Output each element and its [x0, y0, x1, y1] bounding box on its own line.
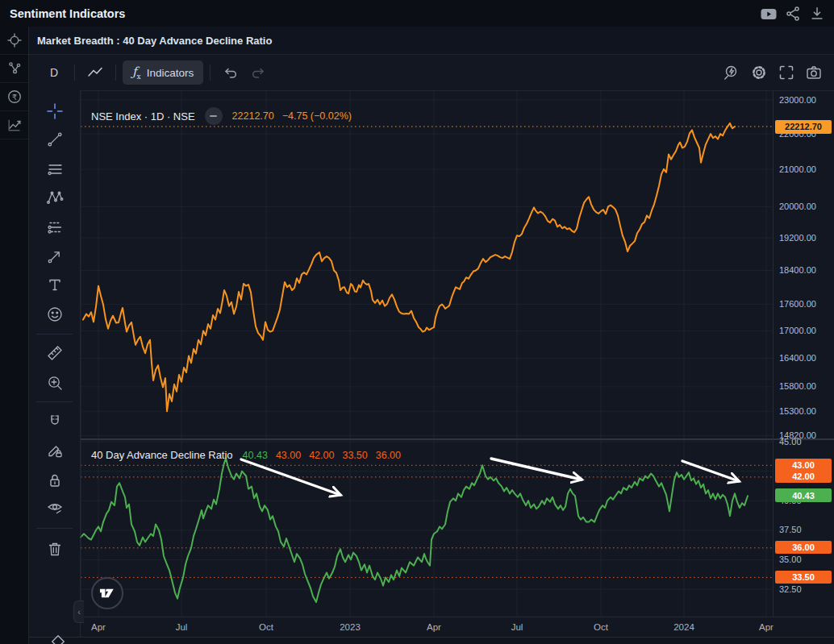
fib-lines-icon[interactable] [43, 215, 67, 239]
undo-icon[interactable] [217, 60, 244, 85]
rupee-coin-icon[interactable]: ₹ [0, 83, 28, 111]
tradingview-logo[interactable] [91, 577, 123, 609]
youtube-icon[interactable] [757, 5, 781, 23]
ruler-icon[interactable] [43, 341, 67, 365]
indicator-value-tag: 40.43 [775, 488, 832, 502]
indicator-breadcrumb: Market Breadth : 40 Day Advance Decline … [37, 35, 272, 47]
target-icon[interactable] [0, 27, 28, 55]
toolbar-divider [36, 401, 73, 402]
time-axis-label: Apr [91, 622, 106, 632]
fx-icon: ƒx [132, 64, 141, 81]
hline-value: 36.00 [376, 450, 401, 461]
zoom-in-icon[interactable] [43, 371, 67, 395]
indicator-axis-label: 45.00 [779, 437, 802, 447]
bottom-pane-legend: 40 Day Advance Decline Ratio 40.43 43.00… [91, 449, 401, 461]
object-tree-icon[interactable] [50, 634, 66, 644]
time-axis-label: Apr [759, 622, 774, 632]
settings-gear-icon[interactable] [745, 60, 773, 85]
fullscreen-icon[interactable] [773, 60, 800, 85]
emoji-icon[interactable] [43, 302, 67, 326]
interval-button[interactable]: D [40, 60, 68, 85]
line-chart-icon[interactable] [0, 111, 28, 139]
hline-price-tag: 36.00 [775, 541, 832, 554]
chart-style-icon[interactable] [81, 60, 109, 85]
hline-price-tag: 42.00 [775, 470, 832, 483]
pendulum-icon[interactable] [0, 55, 28, 83]
page-title: Sentiment Indicators [10, 7, 125, 20]
price-axis-label: 21000.00 [779, 164, 816, 174]
chart-plot[interactable] [0, 0, 834, 644]
redo-icon[interactable] [244, 60, 272, 85]
hide-series-icon[interactable] [205, 107, 223, 125]
collapse-toolbar-handle[interactable]: ‹ [73, 600, 84, 623]
time-axis-label: 2023 [340, 622, 361, 632]
magnet-icon[interactable] [43, 409, 67, 434]
indicator-value: 40.43 [243, 450, 268, 461]
hline-value: 43.00 [276, 450, 301, 461]
price-axis-label: 15300.00 [779, 406, 816, 416]
toolbar-divider [36, 528, 73, 529]
last-price-tag: 22212.70 [775, 120, 832, 134]
drawing-toolbar [29, 90, 81, 644]
hline-value: 42.00 [309, 450, 334, 461]
price-axis-label: 15800.00 [779, 381, 816, 391]
toolbar-divider [115, 64, 116, 81]
breadcrumb-bar: Market Breadth : 40 Day Advance Decline … [29, 27, 834, 55]
time-axis-label: 2024 [673, 622, 694, 632]
price-axis-label: 17000.00 [779, 326, 816, 335]
time-axis-label: Oct [259, 622, 273, 632]
text-icon[interactable] [43, 272, 67, 297]
toolbar-divider [36, 334, 73, 334]
indicator-axis-label: 37.50 [779, 525, 802, 534]
arrow-marker-icon[interactable] [43, 244, 67, 268]
time-axis-label: Apr [427, 622, 441, 632]
indicator-axis-label: 35.00 [779, 555, 802, 564]
price-axis[interactable]: 23000.0022000.0021000.0020000.0019200.00… [773, 90, 834, 617]
lock-icon[interactable] [43, 468, 67, 492]
download-icon[interactable] [805, 5, 829, 23]
hide-drawings-icon[interactable] [43, 496, 67, 520]
hline-price-tag: 43.00 [775, 459, 832, 472]
price-change: −4.75 (−0.02%) [282, 110, 352, 122]
tradingview-window: Sentiment Indicators ₹ Market Breadth : … [0, 0, 834, 644]
bolt-search-icon[interactable] [718, 60, 745, 85]
toolbar-divider [210, 64, 211, 81]
indicator-title: 40 Day Advance Decline Ratio [91, 449, 233, 461]
price-axis-label: 23000.00 [779, 95, 816, 105]
top-pane-legend: NSE Index · 1D · NSE 22212.70 −4.75 (−0.… [91, 107, 352, 125]
time-axis-label: Jul [511, 622, 523, 632]
price-axis-label: 19200.00 [779, 233, 816, 243]
symbol-title: NSE Index · 1D · NSE [91, 110, 195, 123]
top-title-bar: Sentiment Indicators [0, 0, 834, 27]
price-axis-label: 17600.00 [779, 299, 816, 309]
toolbar-divider [74, 64, 75, 81]
hline-price-tag: 33.50 [775, 571, 832, 584]
parallel-lines-icon[interactable] [43, 157, 67, 181]
svg-text:₹: ₹ [11, 93, 16, 102]
xabcd-pattern-icon[interactable] [43, 185, 67, 210]
share-icon[interactable] [781, 5, 805, 23]
hline-value: 33.50 [342, 450, 367, 461]
indicator-axis-label: 32.50 [779, 584, 802, 594]
chart-toolbar: D ƒx Indicators [29, 55, 834, 91]
price-axis-label: 18400.00 [779, 265, 816, 275]
bottom-strip [29, 637, 834, 644]
price-axis-label: 20000.00 [779, 202, 816, 211]
trendline-icon[interactable] [43, 127, 67, 152]
indicators-button[interactable]: ƒx Indicators [123, 60, 203, 85]
trash-icon[interactable] [43, 537, 67, 561]
draw-lock-icon[interactable] [43, 438, 67, 463]
left-app-rail: ₹ [0, 27, 29, 644]
time-axis-label: Jul [176, 622, 188, 632]
time-axis[interactable]: AprJulOct2023AprJulOct2024Apr [81, 617, 834, 638]
time-axis-label: Oct [594, 622, 608, 632]
price-axis-label: 16400.00 [779, 353, 816, 363]
last-price: 22212.70 [232, 110, 274, 122]
camera-icon[interactable] [800, 60, 828, 85]
crosshair-icon[interactable] [43, 99, 67, 123]
